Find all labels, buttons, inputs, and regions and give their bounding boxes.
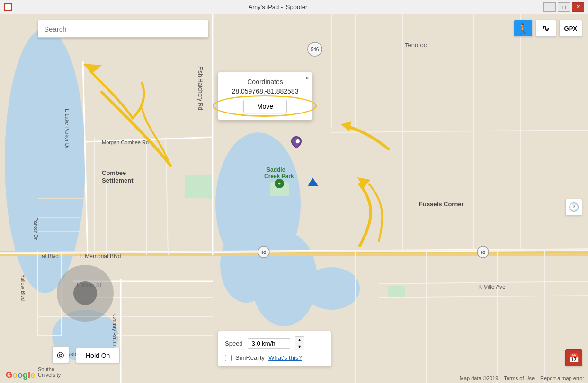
- simreality-checkbox[interactable]: [225, 355, 232, 361]
- svg-text:92: 92: [261, 250, 266, 255]
- map-data-label: Map data ©2019: [460, 375, 499, 381]
- speed-label: Speed: [225, 340, 243, 347]
- locate-button[interactable]: ◎: [52, 346, 69, 363]
- app-icon: [4, 3, 12, 11]
- search-input[interactable]: [44, 25, 202, 33]
- google-logo: Google: [6, 370, 35, 380]
- close-button[interactable]: ✕: [572, 2, 584, 12]
- svg-rect-10: [388, 286, 405, 298]
- map-container[interactable]: 546 92 92 + Combee Settlement Saddle Cre…: [0, 14, 588, 383]
- map-svg: 546 92 92 +: [0, 14, 588, 383]
- svg-text:546: 546: [311, 47, 319, 52]
- gpx-button[interactable]: GPX: [559, 20, 582, 37]
- speed-up-button[interactable]: ▲: [295, 337, 304, 343]
- popup-close-button[interactable]: ×: [305, 74, 309, 82]
- simreality-label: SimReality: [235, 354, 265, 361]
- chart-button[interactable]: ∿: [535, 20, 556, 37]
- coordinates-value: 28.059768,-81.882583: [227, 87, 303, 95]
- terms-link[interactable]: Terms of Use: [504, 375, 535, 381]
- svg-rect-0: [5, 4, 11, 10]
- svg-text:+: +: [278, 181, 281, 186]
- speed-input[interactable]: [248, 338, 290, 349]
- window-title: Amy's iPad - iSpoofer: [12, 3, 543, 10]
- coordinates-popup: × Coordinates 28.059768,-81.882583 Move: [218, 72, 312, 120]
- walk-mode-button[interactable]: 🚶: [514, 20, 533, 37]
- calendar-button[interactable]: 📅: [565, 349, 582, 366]
- coordinates-title: Coordinates: [227, 78, 303, 86]
- window-controls: — □ ✕: [543, 2, 584, 12]
- svg-point-7: [303, 267, 360, 310]
- maximize-button[interactable]: □: [558, 2, 570, 12]
- svg-point-5: [220, 227, 272, 303]
- search-bar: [38, 20, 208, 38]
- report-link[interactable]: Report a map error: [540, 375, 584, 381]
- speed-down-button[interactable]: ▼: [295, 343, 304, 350]
- speed-spinner: ▲ ▼: [295, 336, 304, 350]
- svg-text:92: 92: [481, 250, 485, 255]
- joystick[interactable]: [57, 265, 114, 322]
- bottom-controls: Speed ▲ ▼ SimReality What's this?: [218, 331, 331, 366]
- minimize-button[interactable]: —: [543, 2, 556, 12]
- svg-rect-8: [185, 175, 213, 199]
- history-button[interactable]: 🕐: [565, 199, 582, 216]
- joystick-inner[interactable]: [73, 281, 97, 305]
- whats-this-link[interactable]: What's this?: [268, 354, 302, 361]
- hold-on-button[interactable]: Hold On: [76, 348, 120, 363]
- location-pin: [291, 136, 303, 151]
- toolbar: 🚶 ∿ GPX: [514, 20, 582, 37]
- map-footer: Map data ©2019 Terms of Use Report a map…: [456, 374, 588, 383]
- move-button[interactable]: Move: [243, 100, 287, 113]
- titlebar: Amy's iPad - iSpoofer — □ ✕: [0, 0, 588, 14]
